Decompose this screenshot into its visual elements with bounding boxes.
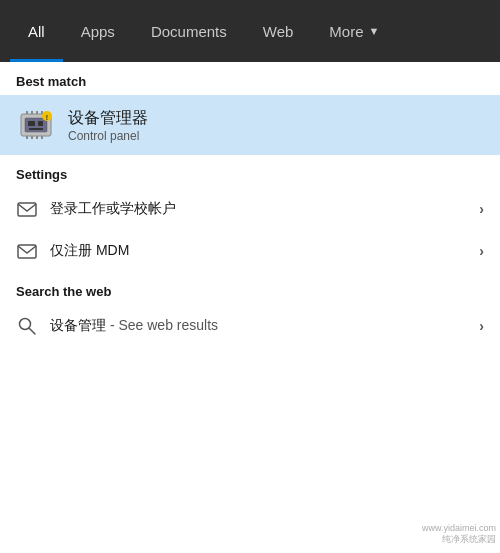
settings-header: Settings: [0, 155, 500, 188]
tab-bar: All Apps Documents Web More ▼: [0, 0, 500, 62]
best-match-title: 设备管理器: [68, 108, 148, 129]
svg-rect-11: [36, 111, 38, 114]
svg-rect-4: [29, 128, 43, 130]
best-match-header: Best match: [0, 62, 500, 95]
tab-apps-label: Apps: [81, 23, 115, 40]
watermark-line2: 纯净系统家园: [422, 533, 496, 546]
tab-more-label: More: [329, 23, 363, 40]
chevron-right-icon-web: ›: [479, 318, 484, 334]
best-match-subtitle: Control panel: [68, 129, 148, 143]
best-match-text: 设备管理器 Control panel: [68, 108, 148, 143]
tab-web[interactable]: Web: [245, 0, 312, 62]
svg-rect-7: [36, 136, 38, 139]
watermark-line1: www.yidaimei.com: [422, 523, 496, 533]
settings-item-1-label: 仅注册 MDM: [50, 242, 479, 260]
svg-text:!: !: [46, 114, 48, 121]
svg-rect-5: [26, 136, 28, 139]
tab-apps[interactable]: Apps: [63, 0, 133, 62]
tab-web-label: Web: [263, 23, 294, 40]
device-manager-icon: !: [16, 105, 56, 145]
svg-rect-9: [26, 111, 28, 114]
web-search-item-0[interactable]: 设备管理 - See web results ›: [0, 305, 500, 347]
tab-documents[interactable]: Documents: [133, 0, 245, 62]
svg-rect-10: [31, 111, 33, 114]
settings-item-1[interactable]: 仅注册 MDM ›: [0, 230, 500, 272]
svg-rect-8: [41, 136, 43, 139]
chevron-down-icon: ▼: [369, 25, 380, 37]
watermark: www.yidaimei.com 纯净系统家园: [416, 519, 496, 549]
mdm-icon: [16, 240, 38, 262]
svg-rect-16: [18, 245, 36, 258]
search-web-header: Search the web: [0, 272, 500, 305]
svg-rect-2: [28, 121, 35, 126]
tab-all[interactable]: All: [10, 0, 63, 62]
best-match-item[interactable]: ! 设备管理器 Control panel: [0, 95, 500, 155]
svg-rect-15: [18, 203, 36, 216]
tab-all-label: All: [28, 23, 45, 40]
chevron-right-icon-1: ›: [479, 243, 484, 259]
chevron-right-icon-0: ›: [479, 201, 484, 217]
search-results: Best match: [0, 62, 500, 553]
settings-item-0[interactable]: 登录工作或学校帐户 ›: [0, 188, 500, 230]
svg-line-18: [30, 329, 36, 335]
web-search-item-0-label: 设备管理 - See web results: [50, 317, 479, 335]
search-web-icon: [16, 315, 38, 337]
work-account-icon: [16, 198, 38, 220]
search-panel: All Apps Documents Web More ▼ Best match: [0, 0, 500, 553]
tab-documents-label: Documents: [151, 23, 227, 40]
svg-point-17: [20, 319, 31, 330]
settings-item-0-label: 登录工作或学校帐户: [50, 200, 479, 218]
svg-rect-6: [31, 136, 33, 139]
svg-rect-3: [38, 121, 43, 126]
tab-more[interactable]: More ▼: [311, 0, 397, 62]
